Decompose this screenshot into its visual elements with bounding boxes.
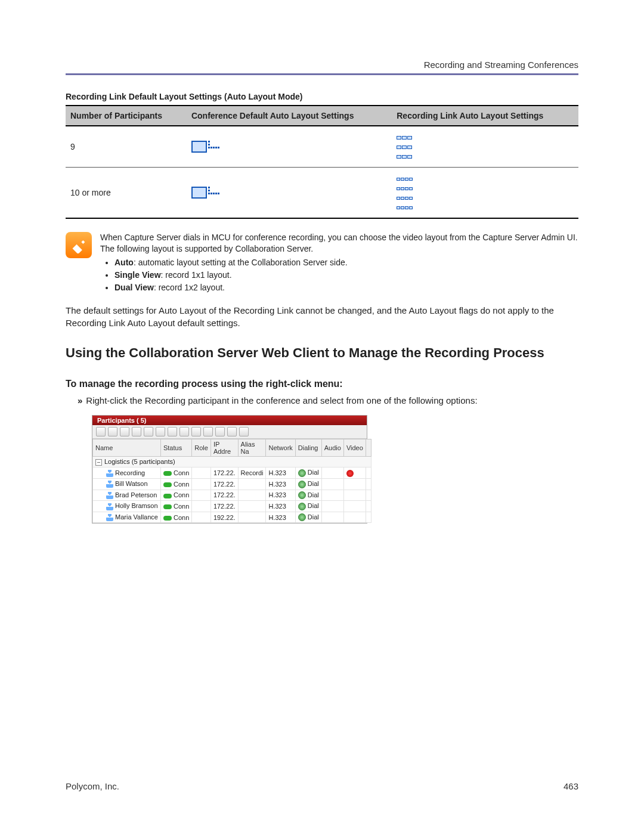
col-rec-link: Recording Link Auto Layout Settings [392, 106, 578, 126]
toolbar-icon[interactable] [144, 427, 153, 436]
note-callout: When Capture Server dials in MCU for con… [66, 232, 578, 294]
toolbar-icon[interactable] [96, 427, 106, 436]
cell-conf-layout [187, 126, 392, 168]
callout-item: Dual View: record 1x2 layout. [114, 282, 578, 293]
participant-row[interactable]: Brad PetersonConn172.22.H.323Dial [93, 490, 371, 501]
page-footer: Polycom, Inc. 463 [66, 781, 578, 791]
col-participants: Number of Participants [66, 106, 187, 126]
section-heading: Using the Collaboration Server Web Clien… [66, 345, 578, 361]
cell-rec-layout [392, 168, 578, 219]
cell-conf-layout [187, 168, 392, 219]
footer-page: 463 [564, 781, 578, 791]
toolbar-icon[interactable] [132, 427, 141, 436]
toolbar-icon[interactable] [168, 427, 177, 436]
toolbar-icon[interactable] [191, 427, 201, 436]
toolbar-icon[interactable] [203, 427, 213, 436]
header-rule [66, 73, 578, 75]
body-paragraph: The default settings for Auto Layout of … [66, 305, 578, 329]
layout-table-title: Recording Link Default Layout Settings (… [66, 92, 578, 101]
dial-icon [298, 503, 306, 510]
dial-icon [298, 513, 306, 521]
toolbar-icon[interactable] [179, 427, 189, 436]
table-row: 10 or more [66, 168, 578, 219]
callout-item: Single View: record 1x1 layout. [114, 270, 578, 281]
layout-settings-table: Number of Participants Conference Defaul… [66, 105, 578, 219]
header-section-title: Recording and Streaming Conferences [66, 60, 578, 70]
participant-row[interactable]: Bill WatsonConn172.22.H.323Dial [93, 479, 371, 490]
instruction-line: »Right-click the Recording participant i… [78, 395, 578, 405]
grid-col-extra[interactable] [366, 439, 371, 457]
participant-icon [106, 514, 113, 521]
toolbar-icon[interactable] [215, 427, 225, 436]
status-connected-icon [163, 504, 172, 509]
group-row[interactable]: –Logistics (5 participants) [93, 457, 371, 467]
layout-preview-icon [191, 187, 220, 199]
subsection-heading: To manage the recording process using th… [66, 379, 578, 389]
toolbar-icon[interactable] [239, 427, 249, 436]
group-label: Logistics (5 participants) [104, 458, 175, 465]
participant-row[interactable]: Maria VallanceConn192.22.H.323Dial [93, 512, 371, 523]
grid-col-audio[interactable]: Audio [321, 439, 343, 457]
dial-icon [298, 491, 306, 499]
dial-icon [298, 481, 306, 488]
grid-col-video[interactable]: Video [343, 439, 366, 457]
participant-icon [106, 470, 113, 477]
recording-icon [346, 470, 354, 477]
callout-item: Auto: automatic layout setting at the Co… [114, 257, 578, 268]
grid-col-name[interactable]: Name [93, 439, 161, 457]
grid-col-ip[interactable]: IP Addre [210, 439, 238, 457]
cell-participants: 9 [66, 126, 187, 168]
grid-col-status[interactable]: Status [160, 439, 191, 457]
status-connected-icon [163, 482, 172, 487]
participant-icon [106, 492, 113, 499]
grid-4x4-icon [397, 174, 413, 212]
participants-grid: Name Status Role IP Addre Alias Na Netwo… [92, 439, 371, 523]
status-connected-icon [163, 471, 172, 476]
participant-row[interactable]: Holly BramsonConn172.22.H.323Dial [93, 501, 371, 512]
toolbar-icon[interactable] [227, 427, 237, 436]
participants-toolbar [92, 425, 367, 439]
footer-company: Polycom, Inc. [66, 781, 119, 791]
instruction-marker: » [78, 395, 82, 405]
grid-col-role[interactable]: Role [192, 439, 211, 457]
grid-col-network[interactable]: Network [266, 439, 295, 457]
status-connected-icon [163, 494, 172, 498]
status-connected-icon [163, 516, 172, 521]
dial-icon [298, 469, 306, 477]
grid-col-dialing[interactable]: Dialing [295, 439, 321, 457]
participants-title: Participants ( 5) [92, 416, 367, 425]
col-conf-default: Conference Default Auto Layout Settings [187, 106, 392, 126]
table-row: 9 [66, 126, 578, 168]
note-icon [66, 232, 92, 258]
participants-panel: Participants ( 5) Name Status Role IP Ad… [92, 415, 367, 524]
toolbar-icon[interactable] [120, 427, 129, 436]
cell-rec-layout [392, 126, 578, 168]
grid-3x3-icon [397, 132, 413, 161]
toolbar-icon[interactable] [108, 427, 117, 436]
instruction-text: Right-click the Recording participant in… [86, 395, 477, 405]
grid-col-alias[interactable]: Alias Na [238, 439, 266, 457]
tree-collapse-icon[interactable]: – [95, 459, 102, 466]
participant-row[interactable]: RecordingConn172.22.RecordiH.323Dial [93, 467, 371, 479]
cell-participants: 10 or more [66, 168, 187, 219]
participant-icon [106, 481, 113, 488]
participant-icon [106, 503, 113, 510]
layout-preview-icon [191, 141, 220, 153]
callout-intro: When Capture Server dials in MCU for con… [100, 232, 578, 255]
toolbar-icon[interactable] [156, 427, 165, 436]
